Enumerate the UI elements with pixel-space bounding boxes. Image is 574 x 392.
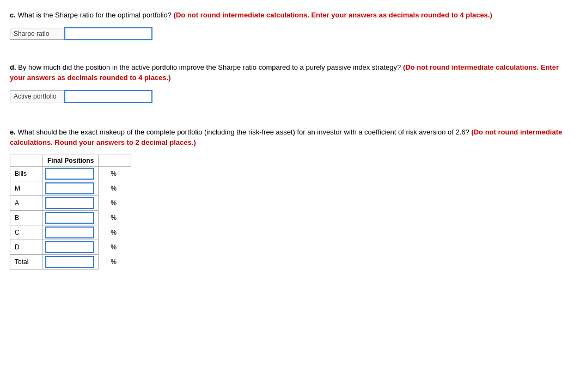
table-cell-input[interactable] bbox=[43, 225, 99, 240]
table-cell-input[interactable] bbox=[43, 240, 99, 254]
sharpe-ratio-label: Sharpe ratio bbox=[10, 28, 64, 40]
section-d-question: By how much did the position in the acti… bbox=[18, 63, 401, 71]
active-portfolio-label: Active portfolio bbox=[10, 90, 64, 102]
section-e: e. What should be the exact makeup of th… bbox=[10, 127, 564, 270]
section-d-text: d. By how much did the position in the a… bbox=[10, 62, 564, 83]
table-cell-input[interactable] bbox=[43, 166, 99, 181]
active-portfolio-input[interactable] bbox=[64, 90, 152, 103]
table-cell-pct: % bbox=[99, 210, 131, 225]
final-position-input-m[interactable] bbox=[45, 182, 94, 194]
section-d: d. By how much did the position in the a… bbox=[10, 62, 564, 103]
table-row: Total% bbox=[10, 254, 131, 269]
final-position-input-c[interactable] bbox=[45, 226, 94, 238]
table-row: Bills% bbox=[10, 166, 131, 181]
table-cell-pct: % bbox=[99, 254, 131, 269]
section-d-label: d. bbox=[10, 63, 16, 71]
table-header-pct bbox=[99, 155, 131, 166]
table-cell-pct: % bbox=[99, 195, 131, 210]
final-position-input-a[interactable] bbox=[45, 197, 94, 209]
table-row: C% bbox=[10, 225, 131, 240]
table-cell-input[interactable] bbox=[43, 181, 99, 195]
table-row: D% bbox=[10, 240, 131, 254]
table-cell-label: C bbox=[10, 225, 43, 240]
section-e-question: What should be the exact makeup of the c… bbox=[17, 128, 469, 136]
table-row: M% bbox=[10, 181, 131, 195]
table-cell-pct: % bbox=[99, 181, 131, 195]
table-cell-label: Bills bbox=[10, 166, 43, 181]
table-header-final-positions: Final Positions bbox=[43, 155, 99, 166]
final-position-input-d[interactable] bbox=[45, 241, 94, 253]
section-c-warning: (Do not round intermediate calculations.… bbox=[174, 11, 492, 19]
table-cell-pct: % bbox=[99, 225, 131, 240]
table-cell-label: D bbox=[10, 240, 43, 254]
table-cell-label: Total bbox=[10, 254, 43, 269]
table-cell-pct: % bbox=[99, 240, 131, 254]
table-row: A% bbox=[10, 195, 131, 210]
section-e-text: e. What should be the exact makeup of th… bbox=[10, 127, 564, 148]
table-cell-label: B bbox=[10, 210, 43, 225]
section-e-label: e. bbox=[10, 128, 16, 136]
final-positions-table-container: Final Positions Bills%M%A%B%C%D%Total% bbox=[10, 155, 564, 270]
section-c-input-row: Sharpe ratio bbox=[10, 27, 564, 40]
table-cell-input[interactable] bbox=[43, 195, 99, 210]
section-c-question: What is the Sharpe ratio for the optimal… bbox=[17, 11, 172, 19]
section-d-input-row: Active portfolio bbox=[10, 90, 564, 103]
final-position-input-bills[interactable] bbox=[45, 168, 94, 180]
final-position-input-total[interactable] bbox=[45, 256, 94, 268]
section-c: c. What is the Sharpe ratio for the opti… bbox=[10, 10, 564, 40]
final-position-input-b[interactable] bbox=[45, 212, 94, 224]
table-cell-input[interactable] bbox=[43, 254, 99, 269]
table-cell-input[interactable] bbox=[43, 210, 99, 225]
table-cell-pct: % bbox=[99, 166, 131, 181]
section-c-text: c. What is the Sharpe ratio for the opti… bbox=[10, 10, 564, 21]
final-positions-table: Final Positions Bills%M%A%B%C%D%Total% bbox=[10, 155, 131, 270]
table-cell-label: A bbox=[10, 195, 43, 210]
table-row: B% bbox=[10, 210, 131, 225]
section-c-label: c. bbox=[10, 11, 16, 19]
table-header-empty bbox=[10, 155, 43, 166]
table-cell-label: M bbox=[10, 181, 43, 195]
sharpe-ratio-input[interactable] bbox=[64, 27, 152, 40]
